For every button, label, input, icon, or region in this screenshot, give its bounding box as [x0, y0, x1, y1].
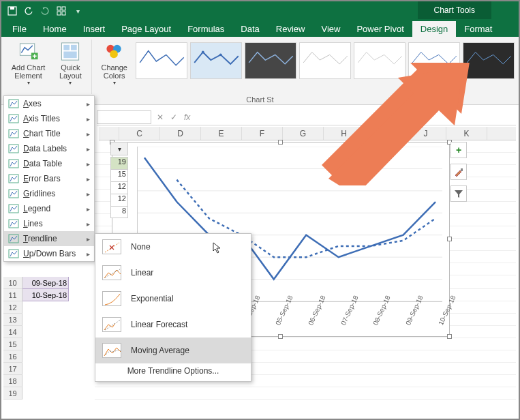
chart-tools-label: Chart Tools [418, 1, 491, 19]
enter-icon[interactable]: ✓ [170, 112, 177, 122]
svg-point-15 [202, 51, 204, 54]
tab-home[interactable]: Home [35, 21, 75, 37]
cell[interactable]: 09-Sep-18 [22, 277, 69, 289]
chart-filters-button[interactable] [450, 185, 467, 202]
tab-formulas[interactable]: Formulas [179, 21, 232, 37]
row-header[interactable]: 12 [3, 301, 22, 314]
axis-titles-icon [8, 114, 19, 123]
autofilter-icon[interactable]: ▾ [110, 142, 128, 155]
name-box[interactable] [97, 110, 151, 124]
chart-style-7[interactable] [463, 42, 515, 79]
trendline-none[interactable]: None [95, 234, 251, 260]
error-bars-icon [8, 174, 19, 183]
change-colors-button[interactable]: Change Colors▾ [94, 40, 134, 87]
menu-data-table[interactable]: Data Table▸ [4, 156, 94, 171]
chart-styles-gallery[interactable] [134, 40, 516, 82]
quick-layout-label: Quick Layout [57, 63, 85, 80]
tab-review[interactable]: Review [268, 21, 313, 37]
menu-trendline[interactable]: Trendline▸ [4, 231, 94, 246]
resize-handle[interactable] [278, 140, 283, 145]
menu-chart-title[interactable]: Chart Title▸ [4, 126, 94, 141]
title-bar: ▾ Chart Tools [1, 1, 519, 20]
svg-rect-5 [62, 12, 65, 15]
quick-layout-button[interactable]: Quick Layout▾ [52, 40, 89, 87]
chart-styles-button[interactable] [450, 164, 467, 180]
col-header[interactable]: H [324, 127, 365, 140]
more-trendline-options[interactable]: More Trendline Options... [95, 363, 251, 381]
trendline-linear[interactable]: Linear [95, 260, 251, 286]
col-header[interactable]: C [119, 127, 160, 140]
trendline-moving-average[interactable]: Moving Average [95, 338, 251, 363]
fx-icon[interactable]: fx [184, 112, 190, 122]
row-header[interactable]: 17 [3, 363, 22, 375]
tab-format[interactable]: Format [456, 21, 500, 37]
trendline-linear-forecast[interactable]: Linear Forecast [95, 312, 251, 338]
resize-handle[interactable] [278, 334, 283, 339]
col-header[interactable]: G [283, 127, 324, 140]
tab-power-pivot[interactable]: Power Pivot [348, 21, 412, 37]
qat-grid-icon[interactable] [55, 4, 68, 18]
menu-error-bars[interactable]: Error Bars▸ [4, 171, 94, 186]
svg-rect-10 [71, 45, 77, 50]
cancel-icon[interactable]: ✕ [157, 112, 164, 122]
menu-legend[interactable]: Legend▸ [4, 201, 94, 216]
chart-side-buttons: + [450, 142, 468, 207]
forecast-icon [102, 317, 121, 332]
row-header[interactable]: 11 [3, 289, 22, 301]
svg-point-14 [110, 50, 118, 59]
trendline-exponential[interactable]: Exponential [95, 286, 251, 312]
chart-elements-button[interactable]: + [450, 142, 467, 158]
col-header[interactable]: J [406, 127, 446, 140]
cell[interactable]: 10-Sep-18 [22, 289, 69, 301]
trendline-icon [8, 234, 19, 243]
tab-view[interactable]: View [313, 21, 348, 37]
chart-style-1[interactable] [136, 42, 187, 79]
chart-style-3[interactable] [245, 42, 296, 79]
row-header[interactable]: 16 [3, 350, 22, 363]
menu-lines[interactable]: Lines▸ [4, 216, 94, 231]
col-header[interactable]: E [201, 127, 242, 140]
tab-insert[interactable]: Insert [75, 21, 114, 37]
chart-style-4[interactable] [299, 42, 351, 79]
col-header[interactable] [99, 127, 119, 140]
menu-data-labels[interactable]: Data Labels▸ [4, 141, 94, 156]
chart-style-5[interactable] [354, 42, 406, 79]
tab-design[interactable]: Design [412, 21, 456, 37]
save-icon[interactable] [5, 4, 19, 18]
column-headers: CDEFGHIJK [99, 127, 516, 140]
row-header[interactable]: 14 [3, 326, 22, 338]
none-icon [102, 239, 121, 254]
svg-rect-11 [64, 52, 77, 59]
ribbon-tabs: File Home Insert Page Layout Formulas Da… [1, 20, 519, 37]
menu-axes[interactable]: Axes▸ [4, 96, 94, 111]
resize-handle[interactable] [447, 237, 452, 241]
menu-updown[interactable]: Up/Down Bars▸ [4, 246, 94, 261]
row-header[interactable]: 13 [3, 314, 22, 326]
undo-icon[interactable] [22, 4, 35, 18]
svg-rect-2 [57, 7, 61, 10]
col-header[interactable]: D [160, 127, 201, 140]
menu-gridlines[interactable]: Gridlines▸ [4, 186, 94, 201]
col-header[interactable]: F [242, 127, 283, 140]
change-colors-label: Change Colors [98, 63, 130, 80]
moving-avg-icon [102, 343, 121, 358]
tab-file[interactable]: File [4, 21, 35, 37]
tab-data[interactable]: Data [232, 21, 267, 37]
row-header[interactable]: 19 [3, 387, 22, 400]
chart-style-2[interactable] [190, 42, 242, 79]
ribbon: Add Chart Element▾ Quick Layout▾ Change … [1, 37, 519, 105]
row-header[interactable]: 15 [3, 338, 22, 350]
partial-column-b: 19 15 12 12 8 [110, 157, 128, 218]
tab-page-layout[interactable]: Page Layout [113, 21, 179, 37]
col-header[interactable]: I [365, 127, 406, 140]
resize-handle[interactable] [447, 334, 452, 339]
redo-icon[interactable] [38, 4, 52, 18]
menu-axis-titles[interactable]: Axis Titles▸ [4, 111, 94, 126]
qat-more-icon[interactable]: ▾ [71, 4, 85, 18]
svg-rect-3 [62, 7, 65, 10]
col-header[interactable]: K [446, 127, 487, 140]
chart-style-6[interactable] [408, 42, 460, 79]
row-header[interactable]: 18 [3, 375, 22, 387]
add-chart-element-button[interactable]: Add Chart Element▾ [4, 40, 52, 87]
row-header[interactable]: 10 [3, 277, 22, 289]
